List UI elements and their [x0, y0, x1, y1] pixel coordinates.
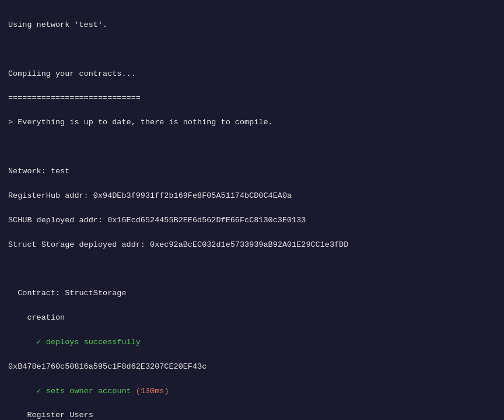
schub-deployed-line: SCHUB deployed addr: 0x16Ecd6524455B2EE6… [8, 215, 496, 227]
check-icon: ✓ [37, 338, 41, 346]
contract1-creation: creation [8, 312, 496, 324]
network-label-line: Network: test [8, 166, 496, 178]
contract1-address: 0xB478e1760c50816a595c1F8d62E3207CE20EF4… [8, 361, 496, 373]
struct-storage-deployed-line: Struct Storage deployed addr: 0xec92aBcE… [8, 239, 496, 251]
contract1-sets-owner: ✓ sets owner account (130ms) [8, 386, 496, 398]
up-to-date-line: > Everything is up to date, there is not… [8, 117, 496, 129]
network-line: Using network 'test'. [8, 19, 496, 32]
check-icon: ✓ [37, 387, 41, 396]
contract1-register-users: Register Users [8, 410, 496, 420]
blank2 [8, 141, 496, 153]
register-hub-line: RegisterHub addr: 0x94DEb3f9931ff2b169Fe… [8, 190, 496, 202]
terminal-output: Using network 'test'. Compiling your con… [8, 7, 496, 420]
blank3 [8, 263, 496, 275]
contract1-header: Contract: StructStorage [8, 288, 496, 300]
divider-line: ============================ [8, 92, 496, 104]
compiling-line: Compiling your contracts... [8, 68, 496, 80]
blank1 [8, 44, 496, 56]
contract1-deploys: ✓ deploys successfully [8, 337, 496, 349]
